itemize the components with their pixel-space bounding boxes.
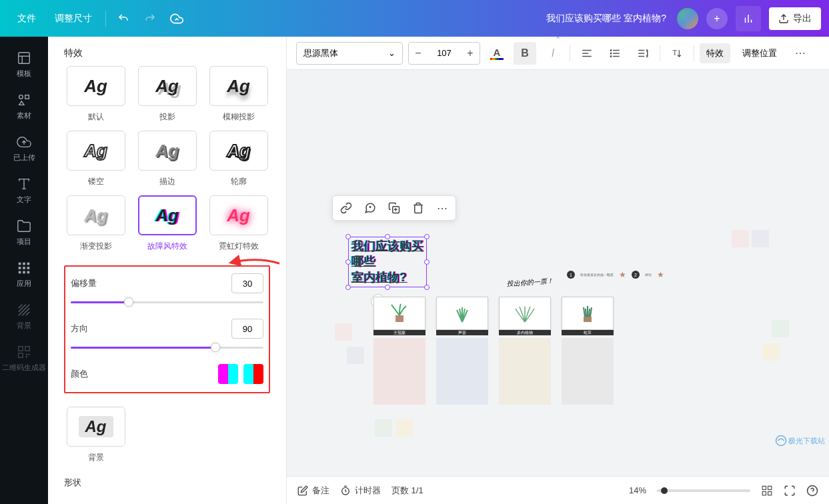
- page-count[interactable]: 页数 1/1: [391, 485, 424, 497]
- effect-stroke[interactable]: Ag描边: [135, 131, 199, 187]
- sticky-note[interactable]: [752, 230, 769, 247]
- sidebar-label: 二维码生成器: [2, 363, 46, 373]
- zoom-percent[interactable]: 14%: [629, 485, 646, 495]
- svg-line-21: [19, 305, 26, 312]
- separator: [660, 45, 660, 61]
- offset-input[interactable]: [231, 273, 263, 293]
- cloud-sync-icon[interactable]: [163, 5, 190, 32]
- effects-toolbar-button[interactable]: 特效: [700, 43, 730, 63]
- sticky-note[interactable]: [772, 320, 789, 337]
- duplicate-button[interactable]: [386, 200, 402, 216]
- adjust-position-button[interactable]: 调整位置: [736, 43, 784, 63]
- effect-blur-shadow[interactable]: Ag模糊投影: [207, 66, 270, 123]
- chevron-down-icon: ⌄: [388, 48, 395, 58]
- bold-button[interactable]: B: [514, 42, 536, 65]
- svg-rect-54: [762, 486, 766, 489]
- grid-view-button[interactable]: [761, 485, 773, 497]
- sticky-note[interactable]: [396, 419, 413, 437]
- plant-card[interactable]: ⟳ 王冠蕨: [373, 297, 426, 405]
- undo-button[interactable]: [110, 5, 137, 32]
- comment-button[interactable]: [362, 200, 378, 216]
- help-button[interactable]: [806, 485, 818, 497]
- sidebar-item-elements[interactable]: 素材: [0, 85, 48, 127]
- sidebar-item-templates[interactable]: 模板: [0, 43, 48, 85]
- effect-background[interactable]: Ag背景: [64, 407, 127, 463]
- sidebar-item-uploads[interactable]: 已上传: [0, 127, 48, 169]
- sidebar-item-projects[interactable]: 项目: [0, 211, 48, 253]
- align-button[interactable]: [576, 42, 598, 65]
- zoom-slider[interactable]: [657, 489, 750, 492]
- document-title[interactable]: 我们应该购买哪些 室内植物?: [546, 13, 666, 25]
- svg-rect-25: [19, 347, 23, 351]
- timer-button[interactable]: 计时器: [340, 485, 381, 497]
- effects-scroll-area[interactable]: Ag默认 Ag投影 Ag模糊投影 Ag镂空 Ag描边 Ag轮廓 Ag渐变投影 A…: [48, 66, 286, 504]
- more-button[interactable]: ⋯: [434, 200, 450, 216]
- canvas-main[interactable]: ⋯ 我们应该购买 哪些 室内植物? 投出你的一票！: [287, 70, 829, 476]
- svg-point-37: [610, 49, 612, 51]
- sticky-note[interactable]: [375, 419, 392, 437]
- sticky-note[interactable]: [347, 347, 364, 364]
- sidebar-item-text[interactable]: 文字: [0, 169, 48, 211]
- app-header: 文件 调整尺寸 我们应该购买哪些 室内植物? + 导出: [0, 0, 829, 37]
- add-collaborator-button[interactable]: +: [706, 8, 728, 29]
- list-button[interactable]: [604, 42, 626, 65]
- direction-input[interactable]: [231, 319, 263, 339]
- sidebar-item-apps[interactable]: 应用: [0, 253, 48, 295]
- effect-neon[interactable]: Ag霓虹灯特效: [207, 195, 270, 252]
- plant-label: 芦荟: [436, 330, 488, 335]
- watermark: 极光下载站: [775, 435, 825, 447]
- plants-row: ⟳ 王冠蕨 芦荟 多肉植物 蛇草: [373, 297, 614, 405]
- elements-icon: [16, 92, 32, 108]
- svg-rect-19: [27, 271, 30, 274]
- svg-rect-11: [19, 263, 21, 265]
- effect-shadow[interactable]: Ag投影: [135, 66, 199, 123]
- plant-card[interactable]: 多肉植物: [499, 297, 551, 405]
- sticky-note[interactable]: [732, 230, 749, 247]
- svg-line-22: [19, 305, 23, 309]
- effect-outline[interactable]: Ag轮廓: [207, 131, 270, 187]
- sidebar-item-background[interactable]: 背景: [0, 295, 48, 337]
- effect-hollow[interactable]: Ag镂空: [64, 131, 127, 187]
- redo-button[interactable]: [137, 5, 163, 32]
- sidebar-label: 项目: [17, 237, 31, 247]
- effect-default[interactable]: Ag默认: [64, 66, 127, 123]
- offset-control: 偏移量: [71, 273, 263, 293]
- fullscreen-button[interactable]: [784, 485, 796, 497]
- effect-glitch[interactable]: Ag故障风特效: [135, 195, 199, 252]
- export-label: 导出: [793, 13, 812, 25]
- direction-slider[interactable]: [71, 343, 263, 352]
- more-options-button[interactable]: ⋯: [789, 42, 812, 65]
- decrease-size-button[interactable]: −: [409, 42, 428, 65]
- font-selector[interactable]: 思源黑体 ⌄: [296, 42, 403, 65]
- link-button[interactable]: [338, 200, 354, 216]
- file-menu[interactable]: 文件: [8, 7, 45, 30]
- color-swatch-2[interactable]: [243, 364, 263, 384]
- increase-size-button[interactable]: +: [461, 42, 480, 65]
- font-size-input[interactable]: [428, 43, 461, 63]
- italic-button[interactable]: I: [542, 42, 564, 65]
- spacing-button[interactable]: [632, 42, 654, 65]
- svg-rect-18: [23, 271, 25, 274]
- effect-gradient-shadow[interactable]: Ag渐变投影: [64, 195, 127, 252]
- sticky-note[interactable]: [762, 343, 780, 361]
- plant-card[interactable]: 芦荟: [436, 297, 488, 405]
- sidebar-label: 素材: [17, 111, 31, 121]
- sticky-note[interactable]: [335, 323, 352, 341]
- delete-button[interactable]: [410, 200, 426, 216]
- text-color-icon: A: [494, 47, 501, 58]
- resize-button[interactable]: 调整尺寸: [45, 7, 101, 30]
- offset-slider[interactable]: [71, 297, 263, 307]
- export-button[interactable]: 导出: [769, 7, 821, 30]
- vertical-text-button[interactable]: T: [666, 42, 688, 65]
- analytics-button[interactable]: [736, 6, 761, 31]
- sidebar-item-qr[interactable]: 二维码生成器: [0, 337, 48, 379]
- vote-text: 投出你的一票！: [507, 277, 554, 289]
- plant-card[interactable]: 蛇草: [562, 297, 614, 405]
- user-avatar[interactable]: [677, 8, 698, 29]
- notes-label: 备注: [312, 485, 329, 497]
- color-swatch-1[interactable]: [218, 364, 238, 384]
- text-color-button[interactable]: A: [486, 42, 508, 65]
- notes-button[interactable]: 备注: [297, 485, 329, 497]
- effects-panel: 特效 Ag默认 Ag投影 Ag模糊投影 Ag镂空 Ag描边 Ag轮廓 Ag渐变投…: [48, 37, 287, 504]
- page-expand-button[interactable]: ⌃: [555, 35, 561, 44]
